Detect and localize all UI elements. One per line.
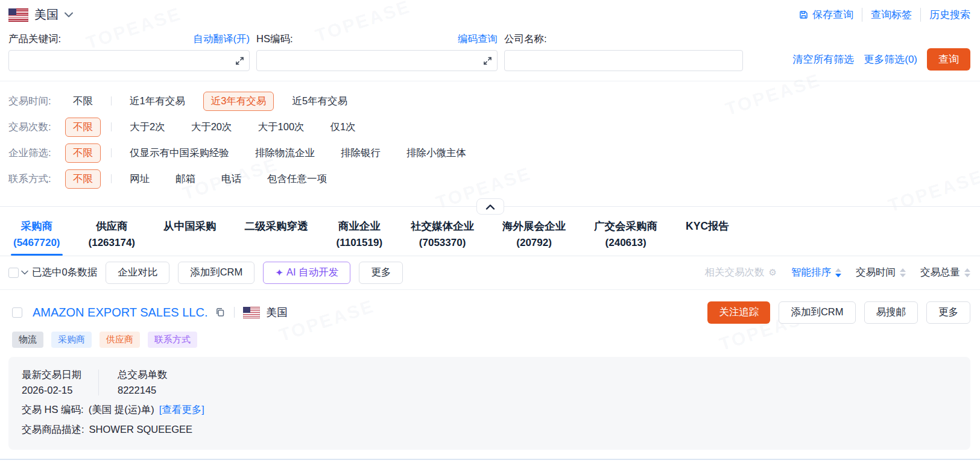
- tab-canton-fair-buyers[interactable]: 广交会采购商 (240613): [594, 221, 657, 256]
- tab-label: 二级采购穿透: [245, 221, 308, 232]
- sort-trade-time[interactable]: 交易时间: [856, 266, 906, 279]
- clear-filters-link[interactable]: 清空所有筛选: [792, 52, 854, 66]
- filter-option-selected[interactable]: 近3年有交易: [203, 92, 274, 111]
- tab-count: (1263174): [89, 238, 136, 248]
- filter-label: 交易次数:: [8, 121, 65, 134]
- sort-carets-icon: [835, 268, 841, 277]
- product-desc-value: SHOWER SQUEEGEE: [89, 424, 192, 435]
- tab-buy-from-china[interactable]: 从中国采购: [163, 221, 217, 256]
- sort-related-trades-label: 相关交易次数: [705, 266, 765, 279]
- filter-option[interactable]: 排除银行: [333, 143, 388, 163]
- ai-auto-develop-button[interactable]: ✦ AI 自动开发: [263, 262, 350, 284]
- tag-supplier: 供应商: [100, 332, 140, 348]
- tag-contact-info: 联系方式: [148, 332, 197, 348]
- filter-option-selected[interactable]: 不限: [65, 118, 101, 137]
- tab-overseas-exhibition-companies[interactable]: 海外展会企业 (20792): [502, 221, 566, 256]
- company-name-label: 公司名称:: [504, 33, 547, 46]
- hs-code-lookup-link[interactable]: 编码查询: [458, 33, 498, 46]
- more-filters-link[interactable]: 更多筛选(0): [864, 52, 917, 66]
- hs-code-row-value: (美国 提(运)单): [89, 403, 154, 417]
- hs-code-input[interactable]: [256, 50, 498, 71]
- tab-kyc-report[interactable]: KYC报告: [686, 221, 729, 256]
- tab-count: (1101519): [337, 238, 383, 248]
- copy-icon[interactable]: [215, 307, 226, 318]
- keyword-label: 产品关键词:: [8, 33, 61, 46]
- filter-label: 联系方式:: [8, 172, 65, 186]
- view-more-link[interactable]: [查看更多]: [159, 403, 204, 417]
- save-query-link[interactable]: 保存查询: [790, 8, 862, 22]
- filter-option[interactable]: 大于2次: [122, 118, 173, 137]
- filter-row-company-filter: 企业筛选: 不限 仅显示有中国采购经验 排除物流企业 排除银行 排除小微主体: [8, 143, 970, 163]
- filter-option[interactable]: 近1年有交易: [122, 92, 193, 111]
- tab-label: KYC报告: [686, 221, 729, 232]
- expand-icon[interactable]: [235, 55, 245, 66]
- total-orders-stat: 总交易单数 8222145: [99, 370, 168, 395]
- tab-buyers[interactable]: 采购商 (5467720): [13, 221, 60, 256]
- filter-option[interactable]: 近5年有交易: [284, 92, 355, 111]
- company-name-link[interactable]: AMAZON EXPORT SALES LLC.: [33, 306, 207, 320]
- tab-social-media-companies[interactable]: 社交媒体企业 (7053370): [411, 221, 474, 256]
- compare-companies-button[interactable]: 企业对比: [106, 262, 169, 284]
- ai-auto-develop-label: AI 自动开发: [286, 266, 338, 279]
- result-tags: 物流 采购商 供应商 联系方式: [0, 324, 980, 348]
- filter-option[interactable]: 包含任意一项: [259, 169, 335, 189]
- sort-smart[interactable]: 智能排序: [791, 266, 841, 279]
- select-all-checkbox[interactable]: [8, 268, 19, 278]
- filter-option[interactable]: 排除小微主体: [399, 143, 474, 163]
- expand-icon[interactable]: [482, 55, 493, 66]
- sort-smart-label: 智能排序: [791, 266, 831, 279]
- header-links: 保存查询 查询标签 历史搜索: [790, 8, 970, 22]
- tab-suppliers[interactable]: 供应商 (1263174): [89, 221, 136, 256]
- tab-label: 从中国采购: [163, 221, 217, 232]
- search-button[interactable]: 查询: [927, 48, 970, 71]
- filter-option[interactable]: 排除物流企业: [247, 143, 323, 163]
- tab-commercial-companies[interactable]: 商业企业 (1101519): [337, 221, 383, 256]
- chevron-up-icon: [485, 204, 495, 210]
- filter-option[interactable]: 仅显示有中国采购经验: [122, 143, 237, 163]
- query-tags-link[interactable]: 查询标签: [862, 8, 920, 22]
- hs-code-row-label: 交易 HS 编码:: [22, 403, 84, 417]
- filter-option-selected[interactable]: 不限: [65, 169, 101, 189]
- more-actions-button[interactable]: 更多: [359, 262, 403, 284]
- save-query-label: 保存查询: [812, 8, 853, 22]
- filter-option[interactable]: 网址: [122, 169, 157, 189]
- country-name: 美国: [34, 7, 58, 23]
- add-to-crm-button[interactable]: 添加到CRM: [178, 262, 254, 284]
- email-search-button[interactable]: 易搜邮: [864, 301, 918, 324]
- header: 美国 保存查询 查询标签 历史搜索: [0, 0, 980, 27]
- tab-secondary-procurement[interactable]: 二级采购穿透: [245, 221, 308, 256]
- filter-row-trade-time: 交易时间: 不限 近1年有交易 近3年有交易 近5年有交易: [8, 91, 970, 111]
- row-checkbox[interactable]: [12, 307, 22, 318]
- auto-translate-toggle[interactable]: 自动翻译(开): [194, 33, 250, 46]
- keyword-input[interactable]: [8, 50, 250, 71]
- follow-track-button[interactable]: 关注追踪: [707, 301, 770, 324]
- latest-trade-date-stat: 最新交易日期 2026-02-15: [22, 370, 99, 395]
- search-history-link[interactable]: 历史搜索: [920, 8, 970, 22]
- filter-option-selected[interactable]: 不限: [65, 143, 101, 163]
- add-to-crm-button[interactable]: 添加到CRM: [779, 301, 855, 324]
- country-selector[interactable]: 美国: [8, 7, 73, 23]
- filter-option[interactable]: 大于20次: [183, 118, 240, 137]
- collapse-bar: [0, 198, 980, 215]
- company-name-input[interactable]: [504, 50, 743, 71]
- filter-option[interactable]: 不限: [65, 92, 101, 111]
- select-dropdown-icon[interactable]: [21, 270, 28, 275]
- sort-trade-volume-label: 交易总量: [920, 266, 960, 279]
- tag-buyer: 采购商: [51, 332, 92, 348]
- more-button[interactable]: 更多: [926, 301, 970, 324]
- result-actions: 关注追踪 添加到CRM 易搜邮 更多: [707, 301, 970, 324]
- sort-trade-volume[interactable]: 交易总量: [920, 266, 970, 279]
- filter-option[interactable]: 电话: [213, 169, 249, 189]
- sort-related-trades[interactable]: 相关交易次数 ⚙: [705, 266, 777, 279]
- collapse-filters-button[interactable]: [476, 198, 504, 215]
- filter-option[interactable]: 邮箱: [168, 169, 203, 189]
- filter-option[interactable]: 仅1次: [323, 118, 364, 137]
- hs-code-row: 交易 HS 编码: (美国 提(运)单) [查看更多]: [22, 403, 957, 417]
- tab-label: 社交媒体企业: [411, 221, 474, 232]
- filter-option[interactable]: 大于100次: [250, 118, 312, 137]
- latest-trade-date-value: 2026-02-15: [22, 385, 81, 395]
- tab-count: (240613): [594, 238, 657, 248]
- filter-row-trade-count: 交易次数: 不限 大于2次 大于20次 大于100次 仅1次: [8, 117, 970, 137]
- result-row: AMAZON EXPORT SALES LLC. 美国 关注追踪 添加到CRM …: [0, 290, 980, 324]
- hs-code-field-group: HS编码: 编码查询: [256, 33, 498, 71]
